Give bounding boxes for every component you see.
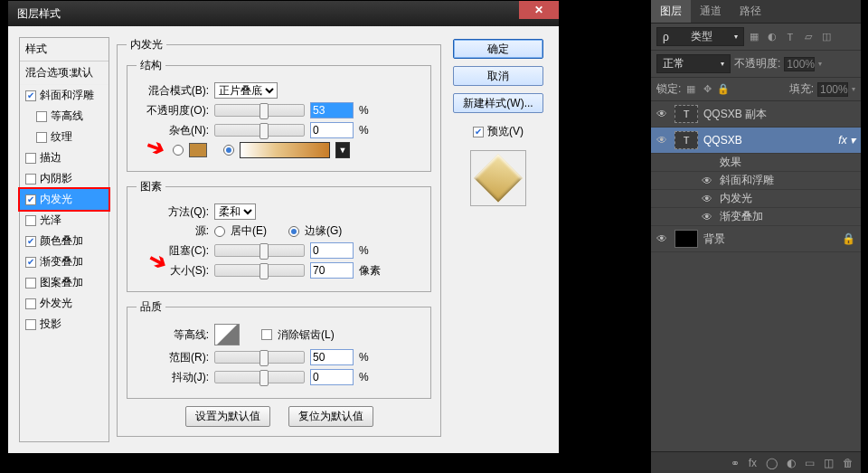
blend-mode-panel[interactable]: 正常▾ bbox=[656, 54, 731, 73]
range-slider[interactable] bbox=[214, 351, 305, 364]
styles-header[interactable]: 样式 bbox=[20, 38, 108, 61]
reset-default-button[interactable]: 复位为默认值 bbox=[288, 406, 373, 427]
layer-thumbnail[interactable]: T bbox=[675, 131, 698, 149]
style-item[interactable]: 描边 bbox=[20, 147, 108, 168]
filter-adjust-icon[interactable]: ◐ bbox=[766, 31, 778, 43]
style-checkbox[interactable] bbox=[25, 174, 36, 184]
blending-options[interactable]: 混合选项:默认 bbox=[20, 61, 108, 85]
cancel-button[interactable]: 取消 bbox=[453, 66, 543, 86]
method-select[interactable]: 柔和 bbox=[214, 203, 256, 220]
style-checkbox[interactable]: ✔ bbox=[25, 257, 36, 268]
style-checkbox[interactable] bbox=[36, 111, 47, 122]
layer-row[interactable]: 👁TQQSXBfx ▾ bbox=[651, 128, 861, 154]
style-item[interactable]: ✔颜色叠加 bbox=[20, 231, 108, 251]
group-icon[interactable]: ▭ bbox=[805, 457, 815, 469]
mask-icon[interactable]: ◯ bbox=[766, 457, 778, 469]
antialias-checkbox[interactable] bbox=[261, 329, 272, 340]
blend-mode-select[interactable]: 正片叠底 bbox=[214, 82, 278, 99]
group-title: 内发光 bbox=[127, 37, 166, 52]
link-icon[interactable]: ⚭ bbox=[731, 457, 740, 469]
fill-value[interactable]: 100% bbox=[817, 82, 848, 97]
color-swatch[interactable] bbox=[189, 143, 207, 157]
style-item[interactable]: 外发光 bbox=[20, 293, 108, 314]
opacity-slider[interactable] bbox=[214, 104, 305, 117]
filter-pixel-icon[interactable]: ▦ bbox=[748, 31, 760, 43]
filter-shape-icon[interactable]: ▱ bbox=[802, 31, 815, 43]
layer-effect-item[interactable]: 效果 bbox=[651, 154, 861, 172]
style-item[interactable]: 投影 bbox=[20, 314, 108, 335]
style-item[interactable]: 等高线 bbox=[20, 106, 108, 127]
lock-position-icon[interactable]: ✥ bbox=[701, 83, 713, 96]
set-default-button[interactable]: 设置为默认值 bbox=[185, 406, 270, 427]
style-checkbox[interactable] bbox=[25, 153, 36, 164]
kind-filter[interactable]: ρ 类型 ▾ bbox=[656, 27, 744, 46]
fx-icon[interactable]: fx bbox=[749, 457, 757, 469]
style-item[interactable]: 内阴影 bbox=[20, 168, 108, 189]
size-slider[interactable] bbox=[214, 264, 305, 277]
trash-icon[interactable]: 🗑 bbox=[843, 457, 854, 469]
style-item[interactable]: ✔斜面和浮雕 bbox=[20, 85, 108, 106]
jitter-input[interactable] bbox=[310, 369, 354, 385]
gradient-radio[interactable] bbox=[223, 145, 234, 156]
visibility-icon[interactable]: 👁 bbox=[702, 175, 714, 187]
fx-badge[interactable]: fx ▾ bbox=[838, 134, 855, 147]
layer-effect-item[interactable]: 👁斜面和浮雕 bbox=[651, 172, 861, 190]
opacity-input[interactable] bbox=[310, 102, 354, 118]
adjustment-icon[interactable]: ◐ bbox=[787, 457, 796, 469]
layer-thumbnail[interactable]: T bbox=[675, 105, 698, 123]
color-radio[interactable] bbox=[173, 145, 184, 156]
noise-slider[interactable] bbox=[214, 124, 305, 137]
filter-smart-icon[interactable]: ◫ bbox=[820, 31, 833, 43]
layer-thumbnail[interactable] bbox=[675, 230, 698, 248]
style-checkbox[interactable] bbox=[25, 278, 36, 289]
jitter-slider[interactable] bbox=[214, 371, 305, 383]
style-item[interactable]: 纹理 bbox=[20, 127, 108, 147]
close-button[interactable]: ✕ bbox=[519, 1, 559, 19]
noise-input[interactable] bbox=[310, 122, 354, 138]
style-checkbox[interactable]: ✔ bbox=[25, 90, 36, 101]
source-edge-radio[interactable] bbox=[288, 226, 299, 237]
ok-button[interactable]: 确定 bbox=[453, 39, 543, 59]
new-layer-icon[interactable]: ◫ bbox=[824, 457, 834, 469]
visibility-icon[interactable]: 👁 bbox=[656, 134, 669, 147]
contour-picker[interactable] bbox=[214, 324, 240, 345]
opacity-unit: % bbox=[359, 104, 386, 117]
visibility-icon[interactable]: 👁 bbox=[702, 211, 714, 223]
style-item[interactable]: ✔内发光 bbox=[18, 187, 110, 212]
choke-input[interactable] bbox=[310, 242, 354, 259]
tab-paths[interactable]: 路径 bbox=[731, 0, 770, 23]
gradient-picker[interactable] bbox=[240, 142, 330, 158]
filter-type-icon[interactable]: T bbox=[784, 31, 797, 43]
choke-unit: % bbox=[359, 244, 386, 257]
visibility-icon[interactable]: 👁 bbox=[656, 108, 669, 120]
style-checkbox[interactable]: ✔ bbox=[25, 194, 36, 205]
lock-all-icon[interactable]: 🔒 bbox=[717, 83, 730, 96]
choke-slider[interactable] bbox=[214, 244, 305, 257]
visibility-icon[interactable]: 👁 bbox=[702, 193, 714, 205]
layer-effect-item[interactable]: 👁渐变叠加 bbox=[651, 208, 861, 226]
opacity-value-panel[interactable]: 100% bbox=[784, 57, 815, 71]
preview-checkbox[interactable]: ✔ bbox=[473, 127, 484, 137]
style-checkbox[interactable] bbox=[25, 298, 36, 309]
style-checkbox[interactable] bbox=[25, 215, 36, 226]
gradient-dropdown[interactable]: ▼ bbox=[335, 142, 350, 158]
style-item[interactable]: 光泽 bbox=[20, 210, 108, 231]
new-style-button[interactable]: 新建样式(W)... bbox=[453, 93, 543, 113]
dialog-titlebar[interactable]: 图层样式 ✕ bbox=[8, 1, 559, 26]
layer-row[interactable]: 👁TQQSXB 副本 bbox=[651, 101, 861, 128]
range-input[interactable] bbox=[310, 349, 354, 365]
tab-channels[interactable]: 通道 bbox=[691, 0, 731, 23]
size-input[interactable] bbox=[310, 262, 354, 279]
style-item[interactable]: 图案叠加 bbox=[20, 272, 108, 293]
style-checkbox[interactable] bbox=[25, 319, 36, 330]
style-checkbox[interactable] bbox=[36, 132, 47, 143]
style-checkbox[interactable]: ✔ bbox=[25, 236, 36, 247]
layer-effect-item[interactable]: 👁内发光 bbox=[651, 190, 861, 208]
style-item[interactable]: ✔渐变叠加 bbox=[20, 251, 108, 272]
layer-row[interactable]: 👁背景🔒 bbox=[651, 226, 861, 252]
source-center-radio[interactable] bbox=[214, 226, 225, 237]
source-label: 源: bbox=[137, 223, 209, 239]
tab-layers[interactable]: 图层 bbox=[651, 0, 691, 23]
lock-pixels-icon[interactable]: ▦ bbox=[684, 83, 697, 96]
visibility-icon[interactable]: 👁 bbox=[656, 232, 669, 245]
